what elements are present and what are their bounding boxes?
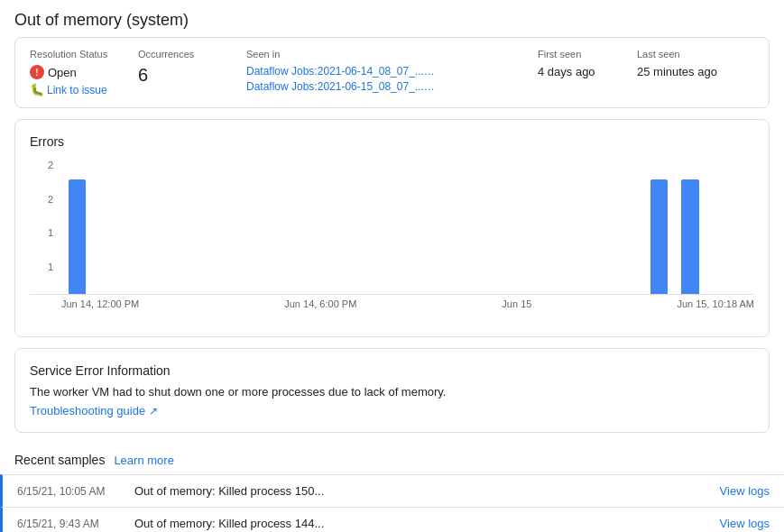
x-label-3: Jun 15, 10:18 AM [677, 298, 754, 309]
service-error-title: Service Error Information [30, 363, 754, 378]
sample-row-0: 6/15/21, 10:05 AM Out of memory: Killed … [0, 474, 784, 507]
y-label-0: 2 [48, 160, 53, 170]
dataflow-link-1[interactable]: Dataflow Jobs:2021-06-14_08_07_... [246, 65, 509, 78]
x-label-0: Jun 14, 12:00 PM [61, 298, 139, 309]
resolution-section: Resolution Status ! Open 🐛 Link to issue [30, 49, 138, 96]
chart-title: Errors [30, 134, 754, 149]
link-to-issue[interactable]: 🐛 Link to issue [30, 83, 109, 96]
recent-samples-header: Recent samples Learn more [0, 444, 784, 474]
y-label-2: 1 [48, 227, 53, 238]
occurrences-value: 6 [138, 65, 217, 86]
status-value: Open [48, 66, 77, 79]
seen-in-section: Seen in Dataflow Jobs:2021-06-14_08_07_.… [246, 49, 538, 96]
last-seen-label: Last seen [637, 49, 725, 60]
service-error-description: The worker VM had to shut down one or mo… [30, 385, 754, 399]
sample-row-1: 6/15/21, 9:43 AM Out of memory: Killed p… [0, 507, 784, 532]
sample-time-0: 6/15/21, 10:05 AM [17, 485, 134, 498]
view-logs-1[interactable]: View logs [720, 517, 770, 530]
last-seen-value: 25 minutes ago [637, 65, 725, 78]
occurrences-section: Occurrences 6 [138, 49, 246, 86]
learn-more-link[interactable]: Learn more [114, 454, 173, 467]
seen-in-label: Seen in [246, 49, 509, 60]
first-seen-value: 4 days ago [538, 65, 608, 78]
info-card: Resolution Status ! Open 🐛 Link to issue… [14, 37, 770, 108]
bug-icon: 🐛 [30, 83, 44, 96]
y-axis: 2 2 1 1 [30, 160, 57, 295]
bar-2 [650, 179, 668, 294]
external-link-icon: ↗ [149, 405, 158, 417]
error-icon: ! [30, 65, 44, 79]
redacted-block-1 [426, 66, 509, 78]
status-row: ! Open [30, 65, 109, 79]
dataflow-link-1-text: Dataflow Jobs:2021-06-14_08_07_... [246, 65, 435, 78]
link-to-issue-label: Link to issue [47, 84, 107, 96]
view-logs-0[interactable]: View logs [720, 484, 770, 498]
page-title: Out of memory (system) [0, 0, 784, 37]
first-seen-label: First seen [538, 49, 608, 60]
redacted-block-2 [426, 81, 509, 94]
seen-in-links: Dataflow Jobs:2021-06-14_08_07_... Dataf… [246, 65, 509, 94]
service-error-card: Service Error Information The worker VM … [14, 348, 770, 433]
last-seen-section: Last seen 25 minutes ago [637, 49, 754, 78]
recent-samples-title: Recent samples [14, 453, 105, 467]
y-label-1: 2 [48, 194, 53, 205]
x-axis: Jun 14, 12:00 PM Jun 14, 6:00 PM Jun 15 … [61, 295, 754, 309]
bar-3 [681, 179, 698, 294]
dataflow-link-2-text: Dataflow Jobs:2021-06-15_08_07_... [246, 80, 435, 93]
chart-area: 2 2 1 1 [30, 160, 754, 295]
resolution-label: Resolution Status [30, 49, 109, 60]
x-label-1: Jun 14, 6:00 PM [284, 298, 356, 309]
occurrences-label: Occurrences [138, 49, 217, 60]
bar-1 [69, 179, 86, 294]
first-seen-section: First seen 4 days ago [538, 49, 637, 78]
sample-time-1: 6/15/21, 9:43 AM [17, 518, 134, 530]
troubleshoot-label: Troubleshooting guide [30, 404, 145, 417]
sample-message-0: Out of memory: Killed process 150... [134, 484, 706, 498]
x-label-2: Jun 15 [502, 298, 531, 309]
y-label-3: 1 [48, 261, 53, 272]
chart-card: Errors 2 2 1 1 Jun 14, 12:00 PM [14, 119, 770, 337]
troubleshoot-link[interactable]: Troubleshooting guide ↗ [30, 404, 754, 417]
bars-container [61, 160, 754, 294]
dataflow-link-2[interactable]: Dataflow Jobs:2021-06-15_08_07_... [246, 80, 509, 94]
sample-message-1: Out of memory: Killed process 144... [134, 517, 706, 530]
chart-container: 2 2 1 1 Jun 14, 12:00 PM Jun 14, 6:00 PM… [30, 160, 754, 322]
